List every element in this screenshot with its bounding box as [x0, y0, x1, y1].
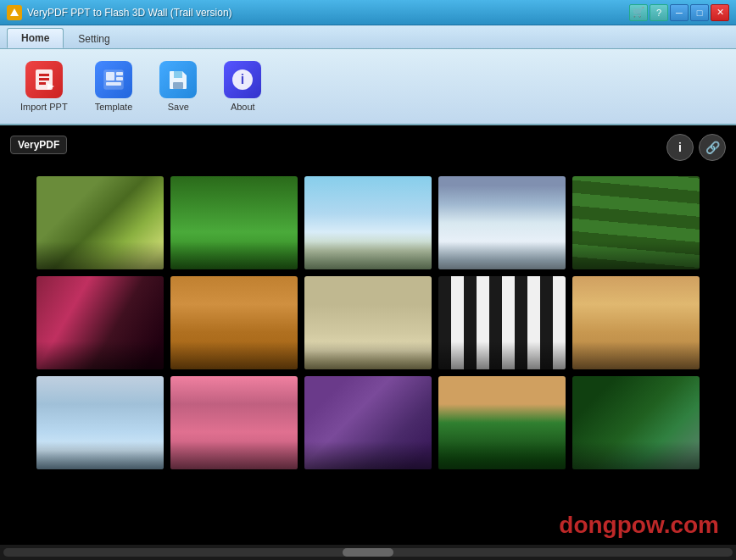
main-content: VeryPDF i 🔗 dongpow.com: [0, 125, 736, 560]
image-grid: [36, 176, 700, 469]
about-button[interactable]: i About: [217, 58, 268, 115]
about-icon: i: [224, 61, 261, 98]
scrollbar-thumb[interactable]: [343, 548, 393, 557]
shop-button[interactable]: 🛒: [629, 4, 648, 21]
svg-rect-11: [106, 82, 121, 86]
list-item[interactable]: [170, 276, 298, 369]
scrollbar-track[interactable]: [3, 548, 733, 557]
about-label: About: [231, 102, 255, 112]
minimize-button[interactable]: ─: [670, 4, 689, 21]
list-item[interactable]: [170, 176, 298, 269]
info-circle-button[interactable]: i: [666, 134, 694, 161]
close-button[interactable]: ✕: [711, 4, 729, 21]
list-item[interactable]: [304, 376, 432, 469]
ribbon-toolbar: Import PPT Template Save: [0, 49, 736, 125]
title-bar: VeryPDF PPT to Flash 3D Wall (Trail vers…: [0, 0, 736, 25]
list-item[interactable]: [438, 376, 566, 469]
app-icon: [7, 5, 22, 20]
list-item[interactable]: [304, 276, 432, 369]
top-right-buttons: i 🔗: [666, 134, 726, 161]
list-item[interactable]: [438, 276, 566, 369]
list-item[interactable]: [170, 376, 298, 469]
svg-rect-12: [174, 71, 182, 78]
watermark: dongpow.com: [559, 512, 719, 539]
verypdf-logo: VeryPDF: [10, 136, 67, 154]
import-icon: [25, 61, 63, 98]
save-button[interactable]: Save: [153, 58, 204, 115]
tab-home[interactable]: Home: [7, 28, 64, 48]
svg-rect-4: [39, 78, 49, 80]
svg-text:i: i: [241, 72, 244, 86]
save-icon: [159, 61, 197, 98]
maximize-button[interactable]: □: [690, 4, 709, 21]
list-item[interactable]: [36, 276, 164, 369]
template-icon: [95, 61, 132, 98]
list-item[interactable]: [304, 176, 432, 269]
import-ppt-label: Import PPT: [20, 102, 68, 112]
svg-rect-10: [116, 77, 123, 80]
import-ppt-button[interactable]: Import PPT: [14, 58, 75, 115]
list-item[interactable]: [572, 176, 700, 269]
save-label: Save: [168, 102, 189, 112]
svg-rect-3: [39, 74, 49, 76]
tab-setting[interactable]: Setting: [64, 29, 124, 48]
help-button[interactable]: ?: [650, 4, 668, 21]
app-title: VeryPDF PPT to Flash 3D Wall (Trail vers…: [27, 7, 624, 19]
scrollbar[interactable]: [0, 545, 736, 560]
template-label: Template: [95, 102, 133, 112]
window-controls: 🛒 ? ─ □ ✕: [629, 4, 729, 21]
list-item[interactable]: [572, 276, 700, 369]
link-circle-button[interactable]: 🔗: [699, 134, 726, 161]
svg-rect-5: [39, 82, 46, 85]
ribbon-tabs: Home Setting: [0, 25, 736, 49]
svg-rect-13: [173, 82, 183, 89]
svg-rect-9: [116, 72, 123, 75]
template-button[interactable]: Template: [88, 58, 140, 115]
svg-rect-8: [106, 72, 114, 80]
list-item[interactable]: [572, 376, 700, 469]
list-item[interactable]: [36, 176, 164, 269]
list-item[interactable]: [438, 176, 566, 269]
list-item[interactable]: [36, 376, 164, 469]
